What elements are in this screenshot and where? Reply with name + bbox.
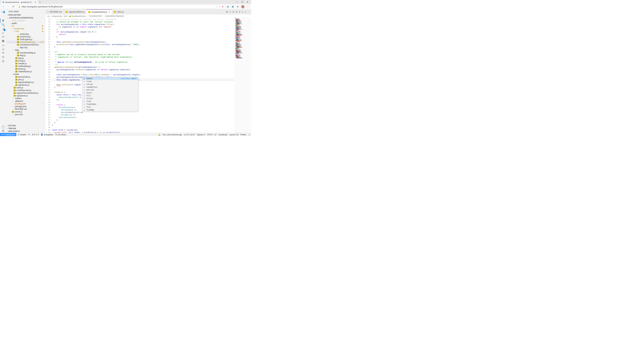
- section-npm[interactable]: NPM SCRIPTS: [6, 130, 45, 133]
- ext2-icon[interactable]: ◉: [226, 5, 230, 8]
- code-line-51[interactable]: this.setState({ signat: [52, 83, 234, 86]
- codespaces-indicator[interactable]: ⟷ Codespaces: [0, 133, 16, 136]
- code-line-47[interactable]: const activeSignature = Math.floor(Math.…: [52, 73, 234, 76]
- code-line-54[interactable]: render() {: [52, 91, 234, 93]
- url-input[interactable]: 🔒 https://acangialosi-guestbook-h239.git…: [17, 5, 219, 8]
- profile-avatar[interactable]: [241, 5, 244, 8]
- code-editor[interactable]: // Determine whether we simulate any act…: [52, 18, 234, 133]
- code-line-28[interactable]: ({ signature }) => typeof signature === …: [52, 26, 234, 28]
- code-line-46[interactable]: [52, 71, 234, 73]
- tab-action-7[interactable]: ⋯: [247, 10, 250, 13]
- tree-item-logo-svg[interactable]: ▫logo.svg: [6, 46, 45, 49]
- breadcrumb-item[interactable]: ◇ GuestbookGrid: [88, 15, 102, 17]
- tree-item-jsconfig-json[interactable]: ▫jsconfig.json1: [6, 102, 45, 105]
- editor-tab-signatureMatrix-js[interactable]: JSsignatureMatrix.js: [64, 9, 86, 14]
- tree-item-node_modules[interactable]: ›node_modules: [6, 19, 45, 22]
- code-line-52[interactable]: }: [52, 86, 234, 88]
- favs-icon[interactable]: ★: [236, 5, 240, 8]
- tab-action-5[interactable]: ▷: [242, 10, 244, 13]
- activity-remote[interactable]: ⎚: [1, 35, 5, 39]
- editor-tab-GuestbookGrid-js[interactable]: JSGuestbookGrid.js✕: [86, 9, 112, 14]
- tree-item-Subheading-js[interactable]: JSSubheading.js: [6, 65, 45, 67]
- code-line-63[interactable]: <GridArrow />: [52, 114, 234, 116]
- code-line-42[interactable]: * @param {Array} activeSignatures - An a…: [52, 61, 234, 63]
- suggest-item-fill[interactable]: ◇fill: [82, 94, 138, 97]
- tree-item-signatures-js[interactable]: JSsignatures.js: [6, 84, 45, 86]
- keyboard-layout[interactable]: Layout: US: [228, 134, 239, 136]
- tree-item-arrow-png[interactable]: ▫arrow.png: [6, 33, 45, 35]
- maximize-button[interactable]: ❐: [240, 1, 245, 3]
- code-line-36[interactable]: }: [52, 46, 234, 48]
- branch-indicator[interactable]: ⎇ master*: [16, 133, 28, 136]
- tree-item-GuestbookGridCell-js[interactable]: JSGuestbookGridCell.js: [6, 43, 45, 46]
- tree-item-README-md[interactable]: ▫README.md: [6, 108, 45, 110]
- activity-scm[interactable]: ⎇1: [1, 27, 5, 31]
- tab-action-2[interactable]: ⊕: [232, 10, 234, 13]
- tree-item-public[interactable]: ⌄public: [6, 22, 45, 25]
- section-outline[interactable]: OUTLINE: [6, 124, 45, 127]
- tab-action-1[interactable]: ↩: [229, 10, 231, 13]
- tab-action-0[interactable]: ⊞: [226, 10, 228, 13]
- section-workspace[interactable]: GUESTBOOK [CODESPACES]: [6, 16, 45, 19]
- new-tab-button[interactable]: +: [39, 0, 40, 3]
- tree-item-index-js[interactable]: JSindex.js: [6, 86, 45, 89]
- breadcrumb-item[interactable]: ◇ updateActiveSignature: [104, 15, 124, 17]
- code-line-25[interactable]: // Determine whether we simulate any act…: [52, 18, 234, 21]
- section-timeline[interactable]: TIMELINE: [6, 127, 45, 130]
- code-line-64[interactable]: </GridContainer>: [52, 116, 234, 119]
- minimize-button[interactable]: —: [234, 1, 240, 3]
- tree-item-yarn-lock[interactable]: ▫yarn.lock: [6, 113, 45, 116]
- code-line-53[interactable]: [52, 88, 234, 91]
- tree-item-signatures-js[interactable]: JSsignatures.js: [6, 94, 45, 97]
- tree-item-GridLegend-js[interactable]: JSGridLegend.js: [6, 38, 45, 41]
- refresh-icon[interactable]: ⟳: [12, 5, 15, 8]
- breadcrumb-item[interactable]: JS GuestbookGrid.js: [69, 15, 86, 17]
- star-icon[interactable]: ☆: [216, 5, 218, 8]
- tree-item-Map[interactable]: ⌄Map: [6, 49, 45, 51]
- code-line-49[interactable]: this.state.signatures. You, a few second…: [52, 78, 234, 81]
- suggest-item-entries[interactable]: ◇entries: [82, 88, 138, 91]
- tree-item-bonusCells-js[interactable]: JSbonusCells.js: [6, 76, 45, 78]
- tree-item-LiveShare-test-js[interactable]: JSLiveShare.test.js: [6, 89, 45, 92]
- code-line-40[interactable]: * signatures is "active", and therefore,…: [52, 56, 234, 58]
- editor-tab-index-js[interactable]: JSindex.js: [112, 9, 126, 14]
- code-line-70[interactable]: border-left: ${({ theme: { borderStyle }…: [52, 131, 234, 133]
- tree-item-Map-js[interactable]: JSMap.js: [6, 54, 45, 57]
- close-icon[interactable]: ✕: [108, 11, 110, 13]
- user-indicator[interactable]: 👤 acangialosi: [40, 133, 54, 136]
- tree-item-src[interactable]: ⌄src: [6, 25, 45, 27]
- eol[interactable]: LF: [214, 134, 218, 136]
- breadcrumb-item[interactable]: src: [47, 15, 50, 17]
- liveshare-indicator[interactable]: ⟲ Live Share: [54, 133, 67, 136]
- suggest-item-Symbol[interactable]: ◫Symbolinterface Symbol: [82, 77, 138, 80]
- code-line-41[interactable]: *: [52, 58, 234, 61]
- suggest-item-every[interactable]: ◇every: [82, 91, 138, 94]
- section-open-editors[interactable]: OPEN EDITORS: [6, 13, 45, 16]
- indentation[interactable]: Spaces: 2: [196, 134, 206, 136]
- activity-explorer[interactable]: 🗎: [1, 18, 5, 23]
- encoding[interactable]: UTF-8: [206, 134, 214, 136]
- code-line-50[interactable]: [52, 81, 234, 83]
- code-line-68[interactable]: [52, 126, 234, 129]
- suggest-item-findIndex[interactable]: ◇findIndex: [82, 103, 138, 106]
- prettier[interactable]: Prettier: [239, 134, 247, 136]
- activity-account[interactable]: ◯: [1, 125, 5, 129]
- tree-item-Emoji-js[interactable]: JSEmoji.js: [6, 59, 45, 62]
- tree-item-GuestbookMap-js[interactable]: JSGuestbookMap.js: [6, 51, 45, 54]
- activity-test[interactable]: △: [1, 43, 5, 47]
- code-line-62[interactable]: <Grid>{cells}</Grid>: [52, 111, 234, 114]
- tree-item-Header-js[interactable]: JSHeader.js: [6, 62, 45, 65]
- tree-item-pins-js[interactable]: JSpins.js: [6, 78, 45, 81]
- sync-button[interactable]: ⟳: [28, 133, 31, 136]
- tab-action-6[interactable]: ⫿: [245, 10, 246, 13]
- back-icon[interactable]: ←: [2, 5, 5, 8]
- code-line-61[interactable]: <GridLegend />: [52, 109, 234, 111]
- code-line-56[interactable]: <GuestbookGridCell k: [52, 96, 234, 99]
- tree-item-package-json[interactable]: ▫package.json: [6, 105, 45, 108]
- code-line-33[interactable]: [52, 38, 234, 41]
- code-line-38[interactable]: /**: [52, 51, 234, 53]
- code-line-39[interactable]: * Updates the UI to visually indicate wh…: [52, 53, 234, 56]
- tree-item-GridArrow-js[interactable]: JSGridArrow.js: [6, 35, 45, 38]
- code-line-58[interactable]: [52, 101, 234, 104]
- code-line-60[interactable]: <GridContainer>: [52, 106, 234, 109]
